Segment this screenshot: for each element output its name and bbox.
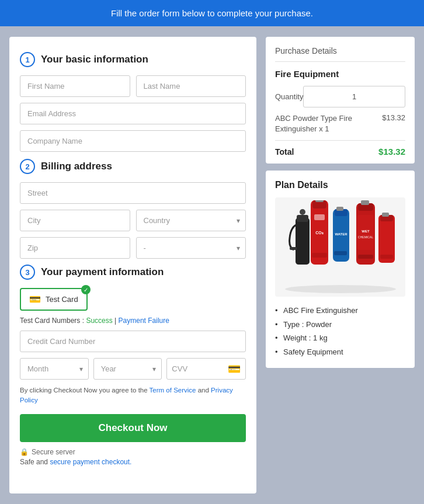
- quantity-input[interactable]: [303, 86, 405, 107]
- billing-header: 2 Billing address: [20, 159, 246, 174]
- checkout-button[interactable]: Checkout Now: [20, 414, 246, 442]
- billing-title: Billing address: [41, 161, 112, 172]
- ccv-row: Month Year 💳: [20, 358, 246, 380]
- quantity-row: Quantity: [275, 86, 405, 107]
- basic-info-title: Your basic information: [41, 54, 148, 65]
- street-field: [20, 182, 246, 204]
- country-select[interactable]: Country: [136, 210, 246, 231]
- plan-details-title: Plan Details: [275, 180, 405, 190]
- check-badge: ✓: [81, 285, 91, 294]
- city-field: [20, 210, 130, 231]
- section-number-1: 1: [20, 52, 35, 67]
- failure-link[interactable]: Payment Failure: [119, 317, 169, 325]
- first-name-field: [20, 75, 130, 97]
- company-row: [20, 130, 246, 152]
- cc-number-input[interactable]: [20, 331, 246, 352]
- name-row: [20, 75, 246, 97]
- safe-link[interactable]: secure payment checkout.: [50, 458, 131, 466]
- street-row: [20, 182, 246, 204]
- svg-rect-21: [361, 200, 369, 205]
- state-select-wrapper: -: [136, 237, 246, 259]
- zip-input[interactable]: [20, 237, 130, 259]
- terms-and: and: [198, 387, 211, 394]
- plan-bullet-item: ABC Fire Extinguisher: [275, 304, 405, 317]
- fire-image-area: CO₂ WATER: [275, 197, 405, 297]
- svg-rect-9: [315, 200, 324, 202]
- svg-rect-6: [314, 214, 325, 220]
- cvv-field: 💳: [166, 358, 246, 380]
- plan-bullet-item: Type : Powder: [275, 318, 405, 331]
- total-row: Total $13.32: [275, 147, 405, 157]
- left-panel: 1 Your basic information: [9, 37, 256, 493]
- purchase-details: Purchase Details Fire Equipment Quantity…: [266, 37, 415, 164]
- svg-rect-14: [336, 207, 343, 211]
- section-number-3: 3: [20, 265, 35, 280]
- svg-rect-0: [296, 218, 310, 265]
- svg-rect-25: [382, 213, 389, 217]
- fire-extinguisher-image: CO₂ WATER: [279, 200, 402, 294]
- zip-state-row: -: [20, 237, 246, 259]
- cc-number-field: [20, 331, 246, 352]
- safe-text: Safe and secure payment checkout.: [20, 458, 246, 466]
- svg-rect-13: [334, 251, 347, 255]
- cvv-input[interactable]: [172, 359, 224, 379]
- plan-bullets: ABC Fire ExtinguisherType : PowderWeight…: [275, 304, 405, 359]
- svg-rect-8: [312, 253, 327, 258]
- item-price: $13.32: [382, 113, 405, 122]
- last-name-input[interactable]: [136, 75, 246, 97]
- banner-text: Fill the order form below to complete yo…: [111, 8, 313, 18]
- svg-text:WET: WET: [362, 230, 370, 233]
- month-select[interactable]: Month: [20, 358, 89, 380]
- svg-rect-3: [290, 247, 297, 250]
- quantity-label: Quantity: [275, 92, 303, 101]
- email-row: [20, 103, 246, 124]
- item-name: ABC Powder Type Fire Extinguisher x 1: [275, 113, 363, 134]
- city-country-row: Country: [20, 210, 246, 231]
- section-number-2: 2: [20, 159, 35, 174]
- payment-section: 3 Your payment information 💳 Test Card ✓…: [20, 265, 246, 466]
- svg-rect-20: [358, 255, 373, 259]
- svg-point-26: [285, 285, 396, 293]
- company-input[interactable]: [20, 130, 246, 152]
- terms-prefix: By clicking Checkout Now you agree to th…: [20, 387, 150, 394]
- svg-rect-24: [380, 255, 393, 259]
- state-select[interactable]: -: [136, 237, 246, 259]
- content-area: 1 Your basic information: [0, 26, 424, 504]
- lock-icon: 🔒: [20, 448, 29, 456]
- fire-equipment-title: Fire Equipment: [275, 69, 405, 79]
- svg-text:CO₂: CO₂: [315, 231, 324, 235]
- secure-row: 🔒 Secure server: [20, 448, 246, 456]
- year-select-wrapper: Year: [93, 358, 162, 380]
- test-card-button[interactable]: 💳 Test Card ✓: [20, 288, 88, 311]
- plan-bullet-item: Safety Equipment: [275, 345, 405, 359]
- billing-section: 2 Billing address Country: [20, 159, 246, 259]
- page-wrapper: Fill the order form below to complete yo…: [0, 0, 424, 504]
- svg-point-2: [300, 209, 305, 215]
- basic-info-header: 1 Your basic information: [20, 52, 246, 67]
- cvv-card-icon: 💳: [228, 363, 241, 376]
- last-name-field: [136, 75, 246, 97]
- test-card-label: Test Card: [46, 295, 78, 304]
- credit-card-icon: 💳: [29, 294, 41, 305]
- terms-link[interactable]: Term of Service: [150, 387, 196, 394]
- first-name-input[interactable]: [20, 75, 130, 97]
- email-input[interactable]: [20, 103, 246, 124]
- total-label: Total: [275, 147, 294, 157]
- svg-text:WATER: WATER: [335, 232, 347, 236]
- payment-header: 3 Your payment information: [20, 265, 246, 280]
- year-select[interactable]: Year: [93, 358, 162, 380]
- safe-prefix: Safe and: [20, 458, 50, 466]
- test-card-numbers-label: Test Card Numbers :: [20, 317, 86, 325]
- secure-label: Secure server: [32, 448, 75, 456]
- email-field: [20, 103, 246, 124]
- company-field: [20, 130, 246, 152]
- svg-rect-1: [297, 215, 308, 222]
- cc-number-row: [20, 331, 246, 352]
- country-select-wrapper: Country: [136, 210, 246, 231]
- plan-details: Plan Details: [266, 171, 415, 368]
- success-link[interactable]: Success: [86, 317, 112, 325]
- city-input[interactable]: [20, 210, 130, 231]
- street-input[interactable]: [20, 182, 246, 204]
- test-card-links: Test Card Numbers : Success | Payment Fa…: [20, 317, 246, 325]
- total-price: $13.32: [378, 147, 405, 157]
